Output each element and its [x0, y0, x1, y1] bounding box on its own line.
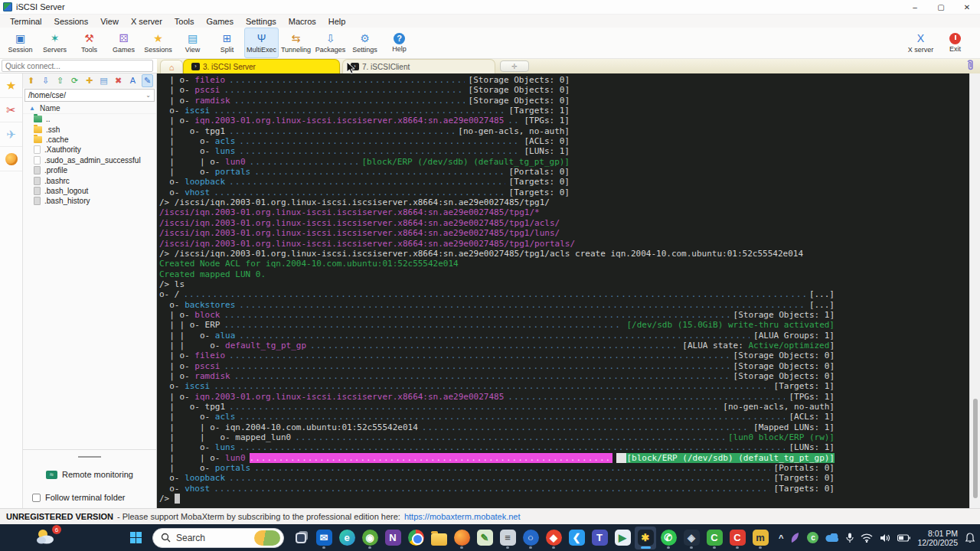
- go-up-folder-icon[interactable]: ⬆: [25, 75, 37, 86]
- refresh-icon[interactable]: ⟳: [69, 75, 80, 86]
- menu-item-macros[interactable]: Macros: [283, 16, 322, 27]
- sidebar-tab-sftp[interactable]: [0, 147, 22, 171]
- attach-paperclip-icon[interactable]: [965, 59, 975, 74]
- file-row[interactable]: .bashrc: [23, 175, 156, 185]
- new-tab-button[interactable]: ✛: [500, 60, 529, 72]
- toolbar-servers-button[interactable]: ✶Servers: [38, 28, 72, 58]
- wifi-icon[interactable]: [861, 533, 873, 543]
- toolbar-view-button[interactable]: ▤View: [175, 28, 210, 58]
- brave-icon[interactable]: ◆: [543, 527, 564, 549]
- outlook-icon[interactable]: ✉: [313, 527, 335, 549]
- remote-monitoring-button[interactable]: ≈ Remote monitoring: [23, 467, 156, 482]
- file-row[interactable]: .bash_history: [23, 196, 156, 206]
- toolbar-multiexec-button[interactable]: ΨMultiExec: [244, 28, 279, 58]
- toolbar-tools-button[interactable]: ⚒Tools: [72, 28, 106, 58]
- blue-circle-app-icon[interactable]: ○: [520, 527, 541, 549]
- firefox-icon[interactable]: [451, 527, 472, 549]
- cube-app-icon[interactable]: ◈: [681, 527, 702, 549]
- mobaxterm-yellow-icon[interactable]: m: [750, 527, 771, 549]
- font-icon[interactable]: A: [127, 75, 139, 86]
- sidebar-tab-sessions[interactable]: ★: [0, 73, 22, 98]
- start-button[interactable]: [125, 527, 146, 549]
- toolbar-settings-button[interactable]: ⚙Settings: [348, 28, 382, 58]
- scrollbar-thumb[interactable]: [973, 399, 978, 498]
- tray-chevron-up-icon[interactable]: ^: [779, 533, 783, 543]
- mobatek-link[interactable]: https://mobaxterm.mobatek.net: [404, 512, 521, 521]
- task-scheduler-icon[interactable]: ▶: [612, 527, 633, 549]
- new-folder-icon[interactable]: ✚: [83, 75, 95, 86]
- follow-terminal-folder[interactable]: Follow terminal folder: [32, 493, 156, 502]
- toolbar-help-button[interactable]: ?Help: [382, 28, 416, 58]
- menu-item-x-server[interactable]: X server: [126, 16, 168, 27]
- toolbar-tunneling-button[interactable]: ⇆Tunneling: [279, 28, 313, 58]
- toolbar-sessions-button[interactable]: ★Sessions: [141, 28, 175, 58]
- lines-doc-icon[interactable]: ≡: [497, 527, 518, 549]
- taskbar-search[interactable]: Search: [152, 528, 284, 548]
- download-icon[interactable]: ⇩: [40, 75, 51, 86]
- terminal-output[interactable]: | o- fileio.............................…: [157, 73, 969, 508]
- home-tab-button[interactable]: ⌂: [160, 60, 183, 73]
- vscode-icon[interactable]: ❮: [566, 527, 587, 549]
- file-list-header[interactable]: ▲ Name: [23, 103, 156, 114]
- file-row[interactable]: .cache: [23, 135, 156, 145]
- weather-widget[interactable]: 6: [35, 527, 58, 547]
- upload-icon[interactable]: ⇧: [54, 75, 66, 86]
- toolbar-games-button[interactable]: ⚄Games: [106, 28, 141, 58]
- taskbar-clock[interactable]: 8:01 PM 12/20/2025: [917, 529, 958, 547]
- camtasia-icon[interactable]: C: [704, 527, 725, 549]
- toolbar-x-server-button[interactable]: XX server: [903, 28, 938, 58]
- follow-checkbox[interactable]: [32, 494, 41, 502]
- delete-icon[interactable]: ✖: [113, 75, 124, 86]
- menu-item-terminal[interactable]: Terminal: [5, 16, 47, 27]
- toolbar-exit-button[interactable]: Exit: [938, 28, 972, 58]
- quick-connect-input[interactable]: [2, 60, 153, 72]
- menu-item-tools[interactable]: Tools: [169, 16, 200, 27]
- mobaxterm-active-icon[interactable]: ✱: [635, 527, 656, 549]
- terminal-scrollbar[interactable]: [969, 73, 980, 508]
- maximize-button[interactable]: ▢: [928, 0, 954, 14]
- edge-icon[interactable]: e: [336, 527, 358, 549]
- edit-icon[interactable]: ✎: [142, 74, 153, 87]
- red-c-app-icon[interactable]: C: [727, 527, 748, 549]
- file-row[interactable]: .ssh: [23, 124, 156, 134]
- menu-item-view[interactable]: View: [95, 16, 124, 27]
- toolbar-split-button[interactable]: ⊞Split: [210, 28, 244, 58]
- feather-app-icon[interactable]: [790, 532, 800, 543]
- onenote-icon[interactable]: N: [382, 527, 403, 549]
- file-row[interactable]: ..: [23, 114, 156, 124]
- divider[interactable]: [78, 456, 101, 458]
- task-view-icon[interactable]: [290, 527, 312, 549]
- menu-item-sessions[interactable]: Sessions: [49, 16, 94, 27]
- games-icon: ⚄: [119, 33, 128, 45]
- chrome-icon[interactable]: [405, 527, 426, 549]
- copilot-icon[interactable]: c: [807, 532, 818, 543]
- volume-icon[interactable]: [880, 533, 890, 543]
- file-explorer-icon[interactable]: [428, 527, 449, 549]
- menu-item-settings[interactable]: Settings: [240, 16, 282, 27]
- green-ring-app-icon[interactable]: ◉: [359, 527, 381, 549]
- minimize-button[interactable]: –: [902, 0, 928, 14]
- whatsapp-icon[interactable]: ✆: [658, 527, 679, 549]
- close-button[interactable]: ✕: [954, 0, 980, 14]
- toolbar-session-button[interactable]: ▣Session: [3, 28, 38, 58]
- file-row[interactable]: .profile: [23, 165, 156, 175]
- path-dropdown[interactable]: /home/cse/ ⌄: [24, 89, 155, 102]
- sidebar-tab-macros[interactable]: ✈: [0, 122, 22, 147]
- toolbar-packages-button[interactable]: ⇩Packages: [313, 28, 348, 58]
- notifications-bell-icon[interactable]: [965, 533, 975, 543]
- sidebar-tab-tools[interactable]: ✂: [0, 98, 22, 122]
- notepadpp-icon[interactable]: ✎: [474, 527, 495, 549]
- tab-iscsi-server[interactable]: › 3. iSCSI Server: [183, 59, 340, 73]
- onedrive-icon[interactable]: [825, 533, 839, 543]
- tab-iscsi-client[interactable]: › 7. iSCSIClient: [342, 59, 495, 73]
- new-file-icon[interactable]: ▤: [98, 75, 109, 86]
- file-row[interactable]: .sudo_as_admin_successful: [23, 155, 156, 165]
- teams-icon[interactable]: T: [589, 527, 610, 549]
- battery-icon[interactable]: [897, 534, 910, 542]
- file-row[interactable]: .bash_logout: [23, 186, 156, 196]
- microphone-icon[interactable]: [846, 533, 854, 543]
- session-icon: ▣: [15, 33, 25, 45]
- menu-item-games[interactable]: Games: [201, 16, 239, 27]
- menu-item-help[interactable]: Help: [323, 16, 351, 27]
- file-row[interactable]: .Xauthority: [23, 145, 156, 155]
